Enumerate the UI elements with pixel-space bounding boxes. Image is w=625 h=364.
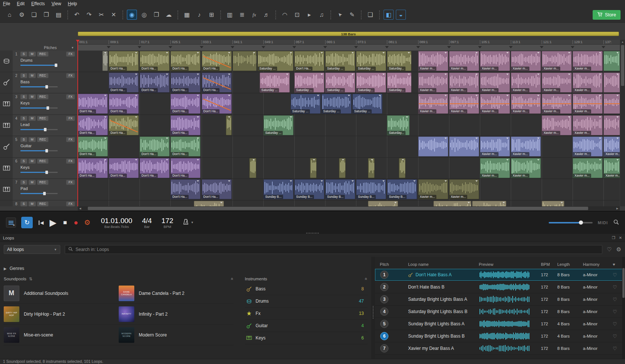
- fx-button[interactable]: FX: [66, 52, 75, 57]
- add-track-button[interactable]: +: [6, 218, 16, 228]
- audio-clip[interactable]: Saturday ...: [356, 51, 386, 71]
- fx-button[interactable]: FX: [66, 180, 75, 185]
- record-settings-button[interactable]: ⚙: [84, 218, 90, 227]
- monitor-icon[interactable]: ⊡: [292, 10, 302, 20]
- section-marker-icon[interactable]: [540, 46, 544, 50]
- audio-clip[interactable]: Sunday B...: [356, 179, 386, 199]
- channel-faders-icon[interactable]: ≣: [237, 10, 247, 20]
- menu-help[interactable]: Help: [68, 1, 77, 6]
- track-volume-slider[interactable]: [20, 65, 58, 66]
- skip-to-start-button[interactable]: ◀: [39, 220, 44, 225]
- record-button[interactable]: ●: [74, 218, 78, 227]
- volume-handle[interactable]: [55, 64, 57, 67]
- section-marker-icon[interactable]: [385, 46, 389, 50]
- audio-clip[interactable]: Xavier m...: [480, 51, 510, 71]
- record-arm-button[interactable]: REC: [37, 73, 48, 78]
- video-icon[interactable]: ▸: [304, 10, 314, 20]
- audio-clip[interactable]: [368, 158, 375, 178]
- loops-panel-titlebar[interactable]: Loops ❐ ✕: [0, 234, 625, 242]
- toggle-left-panel-icon[interactable]: ◧: [384, 10, 394, 20]
- cut-icon[interactable]: ✂: [96, 10, 106, 20]
- audio-clip[interactable]: Xavier m...: [603, 158, 620, 178]
- section-marker-icon[interactable]: [416, 46, 420, 50]
- mute-button[interactable]: M: [29, 94, 36, 99]
- track-lane[interactable]: Don't Ha...Don't Ha...Don't Ha...Don't H…: [78, 158, 620, 179]
- save-project-icon[interactable]: ▤: [54, 10, 64, 20]
- pane-splitter[interactable]: [371, 257, 375, 359]
- track-header[interactable]: 7SMRECFXPad: [0, 179, 78, 200]
- audio-clip[interactable]: Don't Ha...: [170, 73, 201, 93]
- audio-clip[interactable]: Don't Ha...: [170, 179, 201, 199]
- audio-clip[interactable]: Saturday ...: [260, 73, 290, 93]
- track-volume-slider[interactable]: [20, 172, 58, 173]
- audio-clip[interactable]: Xavier m...: [449, 94, 479, 114]
- audio-clip[interactable]: Xavier m...: [603, 136, 620, 157]
- record-arm-button[interactable]: REC: [37, 159, 48, 164]
- audio-clip[interactable]: [249, 158, 256, 178]
- track-lane[interactable]: Don't Ha...Don't Ha...Don't Ha...Don't H…: [78, 93, 620, 115]
- audio-clip[interactable]: Xavier m...: [449, 73, 479, 93]
- toggle-bottom-panel-icon[interactable]: ◒: [396, 10, 406, 20]
- audio-clip[interactable]: Don't Ha...: [140, 136, 170, 157]
- float-panel-icon[interactable]: ❐: [612, 236, 615, 240]
- solo-button[interactable]: S: [20, 52, 27, 57]
- section-marker-icon[interactable]: [200, 46, 203, 50]
- audio-clip[interactable]: [603, 51, 620, 71]
- panel-resize-handle[interactable]: [306, 233, 319, 233]
- mute-button[interactable]: M: [29, 73, 36, 78]
- close-panel-icon[interactable]: ✕: [619, 236, 622, 240]
- audio-clip[interactable]: Sunday B...: [294, 179, 324, 199]
- audio-clip[interactable]: Don't Ha...: [140, 158, 170, 178]
- track-header[interactable]: 4SMRECFXLead: [0, 115, 78, 136]
- solo-button[interactable]: S: [20, 202, 27, 206]
- loop-preview-waveform[interactable]: [479, 308, 531, 315]
- audio-clip[interactable]: Xavier m...: [480, 136, 510, 157]
- pitch-button[interactable]: 4: [380, 307, 388, 316]
- audio-quantize-icon[interactable]: ◉: [127, 10, 137, 20]
- soundpool-item[interactable]: DAME CANDELADame Candela - Part 2: [119, 283, 234, 304]
- solo-button[interactable]: S: [20, 73, 27, 78]
- audio-clip[interactable]: Don't Ha...: [170, 115, 201, 135]
- audio-clip[interactable]: Don't Ha...: [202, 51, 232, 71]
- timeline-ruler[interactable]: 001:1009:1017:1025:1033:1041:1049:1057:1…: [78, 40, 620, 45]
- audio-clip[interactable]: Xavier m...: [511, 158, 541, 178]
- pitch-button[interactable]: 2: [380, 283, 388, 291]
- audio-clip[interactable]: Don't Ha...: [294, 51, 324, 71]
- loop-row[interactable]: 7Xavier my Dear Bass A1728 Barsa-Minor♡: [375, 342, 625, 355]
- pitch-button[interactable]: 1: [380, 271, 388, 279]
- track-volume-slider[interactable]: [20, 129, 58, 130]
- soundpool-item[interactable]: INFINITYInfinity - Part 2: [119, 304, 234, 325]
- track-volume-slider[interactable]: [20, 193, 58, 194]
- settings-icon[interactable]: ⚙: [17, 10, 27, 20]
- loop-row[interactable]: 1Don't Hate Bass A1728 Barsa-Minor♡: [375, 269, 625, 281]
- loop-row[interactable]: 2Don't Hate Bass B1728 Barsa-Minor♡: [375, 281, 625, 293]
- instrument-row[interactable]: Drums47: [245, 295, 368, 307]
- track-header[interactable]: 6SMRECFXKeys: [0, 158, 78, 179]
- audio-clip[interactable]: Saturday ...: [257, 51, 294, 71]
- audio-clip[interactable]: Don't Ha...: [202, 179, 232, 199]
- audio-clip[interactable]: [339, 158, 346, 178]
- scroll-right-icon[interactable]: ▶: [615, 206, 620, 210]
- instrument-row[interactable]: Keys6: [245, 332, 368, 344]
- master-volume-slider[interactable]: [549, 222, 593, 223]
- audio-clip[interactable]: Sunday B...: [263, 179, 294, 199]
- vertical-scrollbar[interactable]: ▲: [620, 40, 625, 206]
- loop-preview-waveform[interactable]: [479, 271, 531, 278]
- track-header[interactable]: 8SMRECFX: [0, 200, 78, 207]
- section-marker-icon[interactable]: [354, 46, 358, 50]
- audio-clip[interactable]: Don't Ha...: [140, 51, 170, 71]
- collapse-column-icon[interactable]: «: [364, 278, 369, 280]
- track-header[interactable]: 5SMRECFXGuitar: [0, 136, 78, 158]
- fx-button[interactable]: FX: [66, 159, 75, 164]
- open-project-icon[interactable]: ❒: [41, 10, 51, 20]
- audio-clip[interactable]: Xavier m...: [573, 136, 603, 157]
- song-length-indicator[interactable]: 138 Bars: [78, 32, 619, 36]
- section-marker-icon[interactable]: [602, 46, 605, 50]
- audio-clip[interactable]: [472, 201, 506, 207]
- audio-clip[interactable]: Don't Ha...: [109, 51, 139, 71]
- zoom-search-icon[interactable]: [613, 219, 619, 226]
- audio-clip[interactable]: Xavier m...: [573, 115, 603, 135]
- audio-clip[interactable]: Saturday ...: [291, 94, 321, 114]
- audio-clip[interactable]: Don't Ha...: [78, 115, 108, 135]
- audio-clip[interactable]: Xavier m...: [542, 73, 572, 93]
